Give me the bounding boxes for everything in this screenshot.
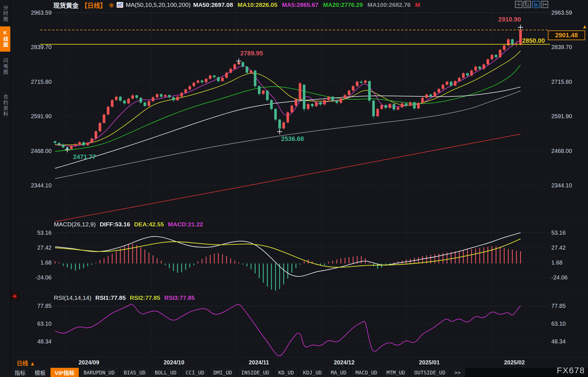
macd-title: MACD(26,12,9) bbox=[54, 221, 96, 228]
alarm-icon[interactable] bbox=[11, 292, 19, 300]
indicator-value: MACD:21.22 bbox=[168, 221, 203, 228]
ma-legend: MA50:2697.08MA10:2826.05MA5:2865.67MA20:… bbox=[193, 1, 420, 8]
sidebar-tab-item[interactable]: 分时图 bbox=[0, 2, 10, 26]
price-tick: 2591.90 bbox=[551, 113, 586, 120]
candles-layer bbox=[54, 27, 522, 150]
price-tick: -24.06 bbox=[11, 274, 52, 281]
footer-tab[interactable]: BIAS_UD bbox=[119, 368, 150, 377]
period-tag: 【日线】 bbox=[81, 0, 106, 9]
ma-value: MA5:2865.67 bbox=[282, 1, 318, 8]
price-tick: 27.42 bbox=[11, 244, 52, 251]
month-label: 2024/10 bbox=[164, 359, 184, 366]
footer-tab[interactable]: MACD_UD bbox=[351, 368, 382, 377]
footer-tab[interactable]: CCI_UD bbox=[181, 368, 209, 377]
price-annotation: 2910.90 bbox=[498, 16, 521, 23]
ma-value: MA10:2826.05 bbox=[238, 1, 277, 8]
footer-tab[interactable]: MA_UD bbox=[327, 368, 351, 377]
footer-tab[interactable]: KD_UD bbox=[274, 368, 298, 377]
price-tick: 2591.90 bbox=[11, 113, 52, 120]
footer-tab[interactable]: KDJ_UD bbox=[299, 368, 326, 377]
ma-value: MA20:2776.29 bbox=[323, 1, 363, 8]
price-tick: 53.16 bbox=[11, 230, 52, 236]
left-sidebar: 分时图K线图闪电图合约资料 bbox=[0, 0, 10, 377]
auto-scroll-icon[interactable] bbox=[532, 1, 540, 8]
indicator-value: RSI3:77.85 bbox=[164, 294, 195, 301]
month-label: 2024/11 bbox=[249, 359, 269, 366]
price-tick: 2963.59 bbox=[11, 9, 52, 16]
month-label: 2024/09 bbox=[79, 359, 99, 366]
price-annotation: 2536.68 bbox=[281, 135, 304, 143]
footer-tab[interactable]: BARUPDN_UD bbox=[79, 368, 119, 377]
price-tick: 2715.80 bbox=[11, 78, 52, 85]
indicator-toolbar: 指标模板VIP指标BARUPDN_UDBIAS_UDBOLL_UDCCI_UDD… bbox=[10, 368, 588, 377]
footer-tab[interactable]: OUTSIDE_UD bbox=[410, 368, 450, 377]
rsi-pane-header: RSI(14,14,14) RSI1:77.85RSI2:77.85RSI3:7… bbox=[54, 294, 195, 301]
price-annotation: 2471.77 bbox=[73, 153, 96, 161]
sidebar-tab-item[interactable]: 合约资料 bbox=[0, 84, 10, 127]
rsi-line bbox=[55, 304, 521, 356]
ma-value: M bbox=[415, 1, 420, 8]
price-tick: 2963.59 bbox=[551, 9, 586, 16]
price-tick: 2468.00 bbox=[11, 147, 52, 154]
indicator-chart-icon[interactable] bbox=[117, 2, 123, 8]
current-price-box: 2901.48 bbox=[548, 30, 585, 40]
period-dropdown-icon: ▲ bbox=[30, 360, 36, 367]
price-annotation: 2789.95 bbox=[240, 50, 263, 57]
footer-tab[interactable]: >> bbox=[450, 368, 465, 377]
ma-value: MA50:2697.08 bbox=[193, 1, 233, 8]
right-margin-icon[interactable] bbox=[541, 1, 548, 8]
footer-tab[interactable]: 指标 bbox=[10, 368, 30, 377]
footer-tab[interactable]: 模板 bbox=[30, 368, 50, 377]
price-tick: 48.34 bbox=[551, 338, 586, 345]
price-tick: 63.10 bbox=[11, 320, 52, 327]
rsi-title: RSI(14,14,14) bbox=[54, 294, 91, 301]
price-marker-icon: ▲ bbox=[582, 24, 587, 30]
price-tick: 2715.80 bbox=[551, 78, 586, 85]
period-selector[interactable]: 日线 ▲ bbox=[17, 359, 35, 367]
month-label: 2024/12 bbox=[334, 359, 354, 366]
price-tick: 27.42 bbox=[551, 244, 586, 251]
price-tick: 48.34 bbox=[11, 338, 52, 345]
footer-tab[interactable]: MTM_UD bbox=[382, 368, 409, 377]
chart-toolbar-icons bbox=[515, 1, 548, 8]
indicator-value: DIFF:53.16 bbox=[100, 221, 130, 228]
horizontal-gridlines bbox=[53, 13, 550, 341]
ma-lines-layer bbox=[55, 40, 521, 222]
trading-app-window: 分时图K线图闪电图合约资料 现货黄金 【日线】 ⊕ MA(50,10,5,20,… bbox=[0, 0, 588, 377]
cross-markers bbox=[65, 25, 523, 152]
month-label: 2025/02 bbox=[504, 359, 525, 366]
indicator-value: DEA:42.55 bbox=[134, 221, 164, 228]
price-tick: 63.10 bbox=[551, 320, 586, 327]
time-axis-row: 日线 ▲ 2024/092024/102024/112024/122025/01… bbox=[10, 357, 588, 368]
price-tick: 2344.10 bbox=[11, 182, 52, 189]
price-tick: -24.06 bbox=[551, 274, 586, 281]
price-tick: 1.68 bbox=[11, 259, 52, 266]
price-tick: 2839.70 bbox=[11, 44, 52, 50]
price-tick: 77.85 bbox=[551, 303, 586, 309]
footer-tab[interactable]: DMI_UD bbox=[209, 368, 236, 377]
price-tick: 77.85 bbox=[11, 303, 52, 309]
chart-canvas[interactable] bbox=[0, 0, 588, 377]
watermark: FX678 bbox=[557, 366, 585, 375]
sidebar-tab-active[interactable]: K线图 bbox=[0, 26, 10, 52]
price-tick: 2344.10 bbox=[551, 182, 586, 189]
price-tick: 53.16 bbox=[551, 230, 586, 236]
macd-pane-header: MACD(26,12,9) DIFF:53.16DEA:42.55MACD:21… bbox=[54, 221, 203, 228]
sidebar-tab-item[interactable]: 闪电图 bbox=[0, 53, 10, 80]
indicator-value: RSI1:77.85 bbox=[95, 294, 126, 301]
crosshair-cursor-icon[interactable] bbox=[515, 1, 522, 8]
price-tick: 2839.70 bbox=[551, 44, 586, 50]
price-tick: 1.68 bbox=[551, 259, 586, 266]
indicator-value: RSI2:77.85 bbox=[130, 294, 160, 301]
axis-scale-icon[interactable] bbox=[524, 1, 531, 8]
footer-tab[interactable]: VIP指标 bbox=[50, 368, 79, 377]
ma-indicator-label: MA(50,10,5,20,100,200) bbox=[126, 1, 191, 8]
ma-value: MA100:2682.76 bbox=[367, 1, 411, 8]
level-price-label: 2850.00 bbox=[522, 37, 545, 44]
macd-histogram bbox=[55, 244, 521, 291]
footer-tab[interactable]: INSIDE_UD bbox=[237, 368, 274, 377]
price-tick: 2468.00 bbox=[551, 147, 586, 154]
footer-tab[interactable]: BOLL_UD bbox=[150, 368, 181, 377]
month-label: 2025/01 bbox=[419, 359, 440, 366]
add-overlay-icon[interactable]: ⊕ bbox=[109, 2, 114, 8]
